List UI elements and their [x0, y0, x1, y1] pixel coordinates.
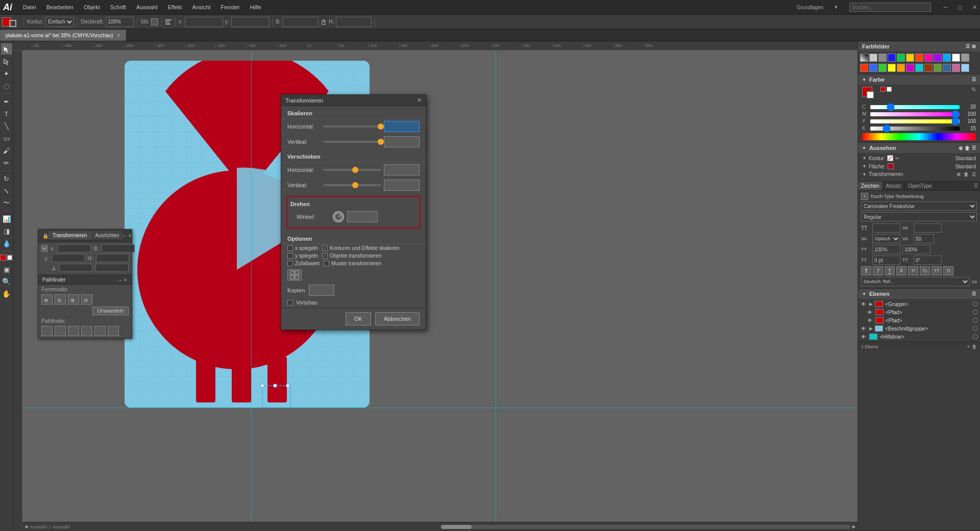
layer-eye-1[interactable]: 👁 — [860, 301, 867, 307]
kontur-arrow[interactable]: ▼ — [862, 156, 867, 161]
transformieren-arrow[interactable]: ▼ — [862, 172, 867, 177]
stroke-indicator[interactable] — [7, 255, 13, 261]
kontur-edit-icon[interactable]: ✏ — [895, 156, 953, 161]
stroke-box[interactable] — [866, 91, 874, 99]
skalieren-h-input[interactable]: 100% — [384, 121, 420, 132]
hscale-input[interactable] — [872, 245, 900, 254]
layer-eye-5[interactable]: 👁 — [860, 334, 867, 340]
pathfinder-close-btn[interactable]: ✕ — [124, 277, 128, 283]
restore-button[interactable]: ◻ — [958, 4, 962, 11]
menu-schrift[interactable]: Schrift — [109, 4, 128, 10]
swatch-magenta[interactable] — [906, 64, 914, 72]
magic-wand-tool[interactable]: ✦ — [1, 68, 12, 79]
konturen-cb[interactable]: ✓ — [322, 245, 328, 251]
layer-name-2[interactable]: <Pfad> — [886, 310, 971, 315]
swatch-orange[interactable] — [897, 64, 905, 72]
close-button[interactable]: ✕ — [972, 4, 977, 11]
layer-name-1[interactable]: <Gruppe> — [885, 301, 971, 307]
dark-swatch[interactable] — [878, 54, 887, 62]
transformieren-trash-icon[interactable]: 🗑 — [964, 171, 969, 177]
opentype-tab[interactable]: OpenType — [905, 182, 935, 190]
swatch-rose[interactable] — [952, 64, 960, 72]
hscroll-track[interactable] — [441, 525, 850, 529]
farbe-expand-icon[interactable]: ▼ — [862, 78, 866, 82]
menu-datei[interactable]: Datei — [21, 4, 38, 10]
color-mode[interactable]: % — [971, 87, 976, 92]
baseline-input[interactable] — [872, 256, 900, 265]
aussehen-expand-icon[interactable]: ▼ — [862, 146, 866, 150]
w-input[interactable]: 31,753 mm — [283, 17, 318, 27]
delete-layer-icon[interactable]: 🗑 — [972, 344, 977, 349]
y-slider[interactable] — [870, 119, 960, 123]
skalieren-h-slider[interactable] — [324, 125, 381, 128]
panel-close-btn[interactable]: ✕ — [128, 233, 132, 238]
aussehen-menu-icon[interactable]: ☰ — [972, 145, 976, 151]
menu-auswahl[interactable]: Auswahl — [135, 4, 159, 10]
transform-tab[interactable]: Transformieren — [48, 231, 91, 240]
line-tool[interactable]: ╲ — [1, 120, 12, 132]
farbfelder-header[interactable]: Farbfelder ☰ ⊞ — [858, 41, 980, 52]
angle-input-small[interactable]: 0° — [59, 264, 92, 272]
scroll-right-btn[interactable]: ▶ — [852, 524, 855, 529]
fill-indicator[interactable] — [0, 255, 6, 261]
column-graph-tool[interactable]: 📊 — [1, 213, 12, 224]
farbe-header[interactable]: ▼ Farbe ☰ — [858, 74, 980, 85]
x-input[interactable]: 356,247 mm — [185, 17, 223, 27]
gray-swatch[interactable] — [869, 54, 877, 62]
swatch-yellow[interactable] — [888, 64, 896, 72]
layer-eye-4[interactable]: 👁 — [860, 326, 867, 332]
x-spiegel-cb[interactable] — [287, 245, 293, 251]
dialog-titlebar[interactable]: Transformieren ✕ — [281, 95, 426, 106]
skalieren-v-input[interactable]: 100% — [384, 136, 420, 147]
y-input[interactable]: 833,403 mm — [231, 17, 270, 27]
pink-swatch[interactable] — [924, 54, 933, 62]
shear-input-small[interactable]: 0° — [95, 264, 129, 272]
grid-btn[interactable] — [287, 269, 302, 281]
stroke-mode-select[interactable]: Einfach — [45, 17, 74, 27]
panel-collapse-btn[interactable]: ─ — [124, 233, 127, 238]
workspace-dropdown-icon[interactable]: ▼ — [834, 5, 838, 10]
aussehen-add-icon[interactable]: ⊕ — [959, 145, 963, 151]
underline-btn[interactable]: T — [885, 266, 895, 275]
intersect-shape-btn[interactable]: ⊗ — [68, 294, 79, 305]
subtract-shape-btn[interactable]: ⊖ — [55, 294, 66, 305]
selection-tool[interactable] — [1, 43, 12, 55]
verschieben-v-slider[interactable] — [324, 184, 381, 186]
ausrichten-tab[interactable]: Ausrichten — [91, 231, 123, 240]
white-swatch[interactable] — [952, 54, 960, 62]
swatch-blue[interactable] — [869, 64, 877, 72]
canvas-content[interactable]: 🔒 Transformieren Ausrichten ─ ✕ — [22, 50, 857, 522]
layer-eye-3[interactable]: 👁 — [866, 318, 873, 323]
orange-swatch[interactable] — [915, 54, 923, 62]
menu-fenster[interactable]: Fenster — [219, 4, 241, 10]
font-name-select[interactable]: Carnivalee Freakshow — [861, 201, 977, 211]
swatch-red[interactable] — [860, 64, 868, 72]
winkel-input[interactable]: 10° — [347, 211, 378, 222]
artboard-tool[interactable]: ▣ — [1, 264, 12, 275]
swatch-olive[interactable] — [934, 64, 942, 72]
zufall-cb[interactable] — [287, 261, 293, 266]
m-slider[interactable] — [870, 112, 960, 116]
subscript-btn[interactable]: T₂ — [920, 266, 930, 275]
skalieren-v-slider[interactable] — [324, 141, 381, 143]
y-input-small[interactable]: 833,403 mm — [52, 254, 85, 262]
layer-name-5[interactable]: <Hilfslinie> — [879, 334, 971, 340]
opacity-input[interactable] — [106, 17, 134, 27]
absatz-tab[interactable]: Absatz — [883, 182, 905, 190]
dialog-close-button[interactable]: ✕ — [417, 97, 422, 104]
swatch-green[interactable] — [878, 64, 887, 72]
swatch-skyblue[interactable] — [961, 64, 969, 72]
pathfinder-collapse-btn[interactable]: ─ — [119, 277, 122, 283]
ok-button[interactable]: OK — [346, 312, 371, 325]
menu-ansicht[interactable]: Ansicht — [190, 4, 212, 10]
kopien-input[interactable]: 0 — [309, 285, 334, 296]
vorschau-cb[interactable] — [287, 300, 293, 306]
direct-selection-tool[interactable] — [1, 56, 12, 67]
superscript-btn[interactable]: T² — [908, 266, 918, 275]
type-tool[interactable]: T — [1, 108, 12, 119]
transformieren-add-icon[interactable]: ⊕ — [957, 171, 961, 177]
pf-btn-3[interactable] — [68, 326, 79, 336]
objekte-cb[interactable]: ✓ — [322, 253, 328, 259]
abbrechen-button[interactable]: Abbrechen — [375, 312, 420, 325]
gradient-tool[interactable]: ◨ — [1, 225, 12, 237]
